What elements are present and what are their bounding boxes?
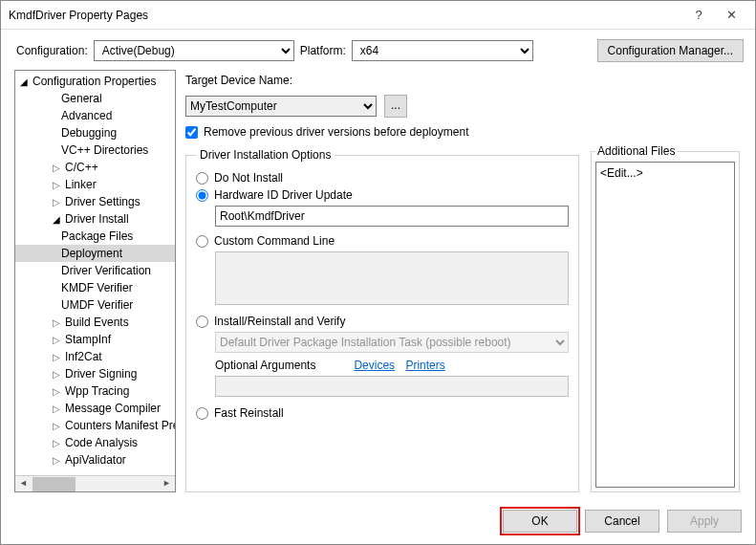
hardware-id-label: Hardware ID Driver Update [214,188,353,202]
ok-button[interactable]: OK [503,510,577,533]
form-area: Target Device Name: MyTestComputer ... R… [185,70,579,492]
additional-files-box[interactable]: <Edit...> [595,162,735,488]
custom-cmd-input [215,251,569,305]
dialog-window: KmdfDriver Property Pages ? ✕ Configurat… [0,0,756,545]
optional-args-input [215,376,569,397]
tree-item[interactable]: Deployment [15,245,175,262]
tree-item[interactable]: ▷Inf2Cat [15,348,175,365]
tree-item[interactable]: VC++ Directories [15,142,175,159]
remove-previous-checkbox[interactable] [185,126,198,139]
install-verify-radio[interactable] [196,316,208,328]
tree-item[interactable]: Advanced [15,107,175,124]
install-verify-label: Install/Reinstall and Verify [214,315,345,328]
scroll-thumb[interactable] [32,477,76,491]
close-icon[interactable]: ✕ [715,8,747,22]
cancel-button[interactable]: Cancel [585,510,659,533]
scroll-right-icon[interactable]: ► [159,476,175,492]
platform-label: Platform: [300,44,346,57]
fast-reinstall-label: Fast Reinstall [214,406,284,420]
do-not-install-label: Do Not Install [214,171,283,185]
tree-item[interactable]: UMDF Verifier [15,296,175,314]
dialog-body: ◢Configuration PropertiesGeneralAdvanced… [1,70,755,502]
tree-item[interactable]: ▷Code Analysis [15,434,175,451]
tree-scrollbar[interactable]: ◄ ► [15,475,175,491]
tree-item[interactable]: General [15,90,175,107]
tree-root[interactable]: ◢Configuration Properties [15,73,175,90]
additional-files-group: Additional Files <Edit...> [591,144,740,492]
tree-item[interactable]: Package Files [15,228,175,245]
window-title: KmdfDriver Property Pages [9,9,682,22]
tree-item[interactable]: ▷C/C++ [15,159,175,176]
printers-link[interactable]: Printers [405,359,444,372]
custom-cmd-radio[interactable] [196,235,208,248]
title-bar: KmdfDriver Property Pages ? ✕ [1,1,755,30]
target-device-label: Target Device Name: [185,74,292,87]
side-spacer [589,70,742,144]
custom-cmd-label: Custom Command Line [214,234,335,248]
tree-item[interactable]: ▷Driver Settings [15,193,175,210]
do-not-install-radio[interactable] [196,172,208,185]
additional-files-legend: Additional Files [595,144,677,158]
main-panel: Target Device Name: MyTestComputer ... R… [185,70,742,492]
remove-previous-label: Remove previous driver versions before d… [204,125,468,139]
dialog-footer: OK Cancel Apply [1,502,755,544]
tree-item[interactable]: ▷StampInf [15,331,175,348]
devices-link[interactable]: Devices [354,359,395,372]
tree-item[interactable]: Driver Verification [15,262,175,279]
configuration-label: Configuration: [16,44,88,57]
tree-item[interactable]: ▷Counters Manifest Preprocessor [15,417,175,434]
tree-item[interactable]: ▷Driver Signing [15,365,175,382]
tree-pane: ◢Configuration PropertiesGeneralAdvanced… [14,70,176,492]
tree-item[interactable]: ▷Build Events [15,314,175,331]
configuration-manager-button[interactable]: Configuration Manager... [597,39,744,62]
install-options-legend: Driver Installation Options [196,148,335,162]
tree-item[interactable]: Debugging [15,124,175,142]
side-panel: Additional Files <Edit...> [589,70,742,492]
install-task-select: Default Driver Package Installation Task… [215,332,569,353]
browse-device-button[interactable]: ... [384,95,407,118]
tree-item[interactable]: ▷ApiValidator [15,451,175,469]
tree-item[interactable]: ▷Message Compiler [15,400,175,417]
install-options-group: Driver Installation Options Do Not Insta… [185,148,579,492]
help-icon[interactable]: ? [682,8,715,22]
property-tree[interactable]: ◢Configuration PropertiesGeneralAdvanced… [15,71,175,475]
optional-args-label: Optional Arguments [215,359,315,372]
platform-select[interactable]: x64 [352,40,533,61]
tree-item[interactable]: ▷Linker [15,176,175,193]
tree-item[interactable]: KMDF Verifier [15,279,175,296]
tree-item[interactable]: ◢Driver Install [15,210,175,228]
configuration-select[interactable]: Active(Debug) [94,40,294,61]
target-device-select[interactable]: MyTestComputer [185,96,377,117]
tree-item[interactable]: ▷Wpp Tracing [15,382,175,400]
hardware-id-input[interactable] [215,206,569,227]
fast-reinstall-radio[interactable] [196,407,208,420]
apply-button[interactable]: Apply [667,510,742,533]
hardware-id-radio[interactable] [196,189,208,202]
config-bar: Configuration: Active(Debug) Platform: x… [1,30,755,70]
scroll-left-icon[interactable]: ◄ [15,476,32,492]
